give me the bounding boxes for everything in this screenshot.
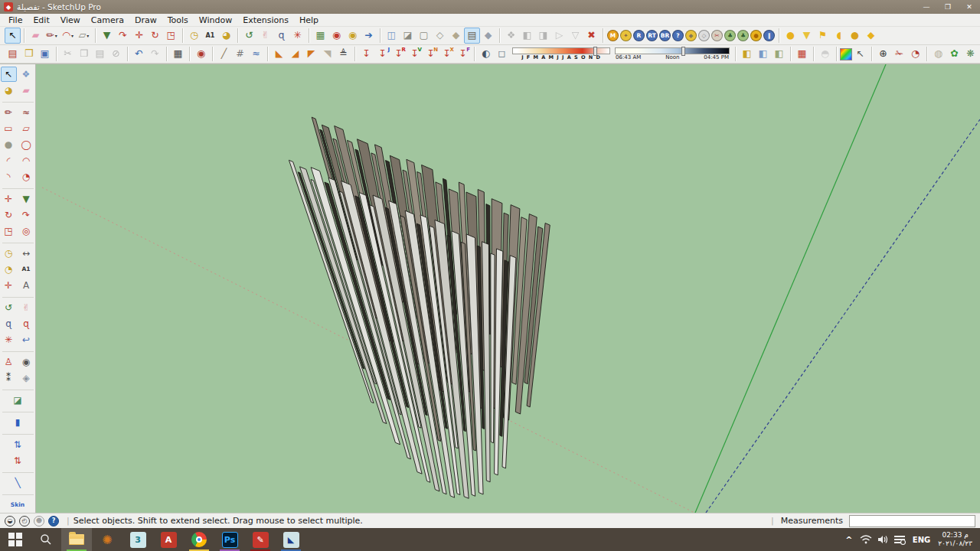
wifi-icon[interactable]	[858, 528, 874, 551]
photo-textures-button[interactable]: ◉	[328, 28, 345, 44]
section-plane-tool[interactable]: ◈	[18, 370, 34, 386]
vray-pause-button[interactable]: ‖	[763, 30, 775, 41]
zoom-window-tool[interactable]: ɋ	[18, 316, 34, 331]
text-tool[interactable]: A1	[18, 262, 34, 277]
pan-tool[interactable]: ✌	[257, 28, 273, 44]
vray-light-tag-button[interactable]: ✦	[620, 30, 632, 41]
paste-button[interactable]: ▤	[92, 46, 108, 62]
menu-draw[interactable]: Draw	[129, 15, 162, 26]
drop-f-button[interactable]: ↧F	[455, 46, 471, 62]
paint-bucket-tool[interactable]: ◕	[218, 28, 234, 44]
component-flip-button[interactable]: ▽	[567, 28, 583, 44]
monochrome-style-button[interactable]: ◆	[480, 28, 496, 44]
rectangle-tool-dropdown[interactable]: ▾	[87, 33, 89, 38]
close-button[interactable]: ✕	[959, 0, 980, 14]
save-button[interactable]: ▣	[37, 46, 53, 62]
shadow-toggle-button[interactable]: ◻	[494, 46, 510, 62]
signin-button[interactable]: ☻	[34, 516, 44, 527]
drop-v-button[interactable]: ↧V	[407, 46, 423, 62]
sandbox-from-scratch-button[interactable]: ◢	[287, 46, 303, 62]
offset-tool[interactable]: ◎	[18, 223, 34, 239]
sandbox-stamp-button[interactable]: ◥	[319, 46, 335, 62]
vray-render-button[interactable]: R	[633, 30, 645, 41]
notification-icon[interactable]	[891, 528, 908, 551]
pan-tool[interactable]: ✌	[18, 300, 34, 315]
pushpull-tool[interactable]: ▼	[99, 28, 115, 44]
arrows-up-down-blue-button[interactable]: ⇅	[10, 437, 26, 452]
zoom-extents-tool[interactable]: ✳	[289, 28, 305, 44]
search-button[interactable]	[31, 528, 61, 551]
help-button[interactable]: ?	[48, 516, 59, 527]
vray-rt-render-button[interactable]: RT	[646, 30, 658, 41]
weld-line-button[interactable]: ╲	[10, 475, 26, 491]
sandbox-smoove-button[interactable]: ◤	[303, 46, 319, 62]
viewport[interactable]	[36, 64, 980, 513]
select-cursor-button[interactable]: ↖	[852, 46, 868, 62]
orbit-tool[interactable]: ↺	[1, 300, 17, 315]
shadow-time-slider[interactable]: 06:43 AMNoon04:45 PM	[615, 47, 730, 60]
shadow-dialog-button[interactable]: ◐	[478, 46, 494, 62]
vray-proxy-export-button[interactable]: ♣	[724, 30, 736, 41]
arc-tool[interactable]: ◠▾	[60, 28, 76, 44]
measurements-input[interactable]	[849, 515, 975, 527]
select-tool[interactable]: ↖	[5, 28, 21, 44]
open-button[interactable]: ❒	[21, 46, 37, 62]
claim-credit-button[interactable]: ◴	[19, 516, 30, 527]
plugin-curviloft-button[interactable]: ≈	[248, 46, 264, 62]
menu-window[interactable]: Window	[194, 15, 237, 26]
rotate-tool[interactable]: ↻	[1, 207, 17, 223]
undo-button[interactable]: ↶	[131, 46, 147, 62]
taskbar-chrome[interactable]	[184, 528, 214, 551]
model-info-button[interactable]: ◉	[193, 46, 209, 62]
select-tool[interactable]: ↖	[1, 67, 17, 82]
sandbox-from-contours-button[interactable]: ◣	[271, 46, 287, 62]
drop-r-button[interactable]: ↧R	[390, 46, 407, 62]
geolocation-button[interactable]: ◒	[5, 516, 15, 527]
zoom-tool[interactable]: ɋ	[1, 316, 17, 331]
rectangle-tool[interactable]: ▭	[1, 121, 17, 136]
look-around-tool[interactable]: ◉	[18, 354, 34, 370]
walk-tool[interactable]: ⁑	[1, 370, 17, 386]
light-spot-button[interactable]: ▼	[799, 28, 815, 44]
match-photo-button[interactable]: ◉	[345, 28, 361, 44]
dimension-tool[interactable]: ↔	[18, 246, 34, 261]
vray-help-button[interactable]: ?	[672, 30, 684, 41]
hook-plugin-button[interactable]: ✿	[946, 46, 962, 62]
rectangle-tool[interactable]: ▱▾	[76, 28, 92, 44]
taskbar-3d-app[interactable]: ◣	[276, 528, 306, 551]
text-tool[interactable]: A1	[202, 28, 218, 44]
speaker-icon[interactable]	[874, 528, 891, 551]
balance-scale-button[interactable]: ≜	[335, 46, 351, 62]
menu-help[interactable]: Help	[294, 15, 324, 26]
plugin-line-button[interactable]: ╱	[216, 46, 232, 62]
plugin-fredo-button[interactable]: #	[232, 46, 248, 62]
shaded-style-button[interactable]: ◆	[448, 28, 464, 44]
line-tool-dropdown[interactable]: ▾	[55, 33, 57, 38]
copy-button[interactable]: ❐	[76, 46, 92, 62]
line-tool[interactable]: ✏	[1, 105, 17, 120]
component-lock-button[interactable]: ◧	[519, 28, 535, 44]
taskbar-3dsmax[interactable]: 3	[122, 528, 153, 551]
light-mesh-button[interactable]: ◆	[863, 28, 879, 44]
shaded-textures-style-button[interactable]: ▤	[464, 28, 480, 44]
tape-measure-tool[interactable]: ◷	[1, 246, 17, 261]
plugin-flatten-button[interactable]: ◪	[10, 393, 26, 408]
angle-dim-button[interactable]: ◔	[907, 46, 923, 62]
bricks-material-button[interactable]: ▦	[794, 46, 810, 62]
taskbar-app-orange[interactable]: ✺	[92, 528, 122, 551]
view-front-button[interactable]: ◧	[771, 46, 787, 62]
3d-text-tool[interactable]: A	[18, 278, 34, 293]
vray-proxy-import-button[interactable]: ♣	[737, 30, 749, 41]
new-button[interactable]: ▤	[5, 46, 21, 62]
export-button[interactable]: ➔	[361, 28, 377, 44]
move-tool[interactable]: ✛	[131, 28, 147, 44]
delete-guides-button[interactable]: ✖	[583, 28, 599, 44]
drop-j-button[interactable]: ↧J	[374, 46, 390, 62]
component-swap-button[interactable]: ◨	[535, 28, 551, 44]
dome-button[interactable]: ◓	[817, 46, 833, 62]
scale-tool[interactable]: ◳	[1, 223, 17, 239]
compass-button[interactable]: ⊕	[875, 46, 891, 62]
eraser-tool[interactable]: ▰	[18, 83, 34, 98]
rotated-rectangle-tool[interactable]: ▱	[18, 121, 34, 136]
zoom-extents-tool[interactable]: ✳	[1, 332, 17, 347]
